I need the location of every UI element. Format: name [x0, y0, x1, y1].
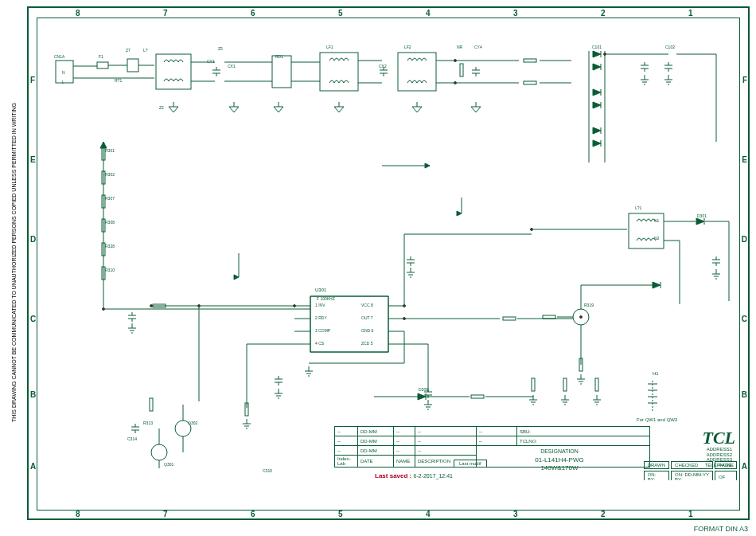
- ref: Z2: [159, 105, 164, 110]
- ic-ref: U301: [315, 288, 326, 292]
- col-bot: 7: [163, 510, 168, 518]
- col-top: 7: [163, 9, 168, 18]
- col-bot: 5: [338, 510, 343, 518]
- ref: R313: [143, 421, 153, 425]
- row-r: B: [742, 390, 747, 399]
- col-top: 6: [251, 9, 255, 18]
- svg-point-14: [151, 444, 167, 460]
- ref: L?1: [635, 205, 641, 210]
- col-top: 5: [338, 9, 343, 18]
- ref: L: [62, 80, 64, 84]
- format-label: FORMAT DIN A3: [694, 525, 748, 533]
- pin: GND 6: [361, 328, 373, 333]
- schematic-canvas: U301 F 100KHZ 1 INV 2 RDY 3 COMP 4 CS VC…: [40, 22, 738, 480]
- ref: Q302: [188, 421, 197, 425]
- pin: 4 CS: [315, 341, 324, 346]
- ref: C310: [263, 468, 272, 473]
- ref: C101: [592, 45, 602, 49]
- ref: C314: [127, 436, 137, 441]
- pin: 1 INV: [315, 303, 325, 307]
- pin: VCC 8: [361, 303, 373, 307]
- schematic-svg: [40, 22, 738, 468]
- pin: 2 RDY: [315, 315, 327, 320]
- last-modif-cell: Last modif: [454, 460, 487, 468]
- row-l: E: [30, 155, 36, 164]
- row-l: F: [30, 76, 35, 84]
- ref: C102: [665, 45, 675, 49]
- row-r: C: [742, 315, 747, 323]
- col-bot: 4: [426, 510, 431, 518]
- pin: OUT 7: [361, 315, 373, 320]
- ref: N2: [654, 236, 659, 241]
- ref: R328: [105, 244, 115, 248]
- svg-rect-9: [398, 53, 436, 91]
- row-r: F: [742, 76, 747, 84]
- title-block: --DD-MM------SBU: --DD-MM------TCLNO: --…: [334, 426, 738, 480]
- ref: LF2: [404, 45, 411, 49]
- ref: R310: [105, 268, 115, 272]
- ref: L?: [143, 48, 148, 53]
- ref: R319: [584, 303, 594, 307]
- row-l: C: [30, 315, 36, 323]
- note-qw: For QW1 and QW2: [637, 417, 677, 422]
- svg-rect-6: [156, 54, 191, 89]
- ref: CY4: [474, 45, 482, 49]
- col-bot: 2: [601, 510, 606, 518]
- ref: CN1A: [54, 54, 64, 59]
- ic-freq: F 100KHZ: [317, 296, 335, 301]
- ref: NR: [457, 45, 462, 49]
- col-top: 8: [76, 9, 80, 18]
- col-top: 4: [426, 9, 431, 18]
- ref: R308: [105, 220, 115, 225]
- col-top: 3: [513, 9, 518, 18]
- col-top: 1: [688, 9, 693, 18]
- svg-rect-4: [97, 62, 108, 68]
- ref: CY1: [207, 59, 215, 64]
- col-top: 2: [601, 9, 606, 18]
- note-h1: H1: [653, 371, 659, 376]
- ref: R307: [105, 196, 115, 201]
- svg-rect-8: [320, 53, 358, 91]
- svg-rect-5: [127, 59, 138, 72]
- designation: 01-L141H4-PWG 140W&170W: [497, 456, 622, 471]
- confidentiality-notice: THIS DRAWING CANNOT BE COMMUNICATED TO U…: [11, 103, 17, 422]
- ref: CX2: [379, 64, 387, 68]
- ref: N: [62, 70, 65, 75]
- ref: Z5: [218, 46, 223, 51]
- col-bot: 3: [513, 510, 518, 518]
- row-r: A: [742, 462, 747, 471]
- ref: Z7: [126, 48, 131, 53]
- row-l: B: [30, 390, 36, 399]
- ref: RT1: [115, 78, 122, 83]
- col-bot: 1: [688, 510, 693, 518]
- pin: ZCD 5: [361, 341, 372, 346]
- ref: R301: [105, 148, 115, 153]
- ref: D306: [419, 387, 428, 392]
- ref: N1: [654, 218, 659, 223]
- ref: RD1: [275, 54, 283, 59]
- ref: F1: [99, 54, 103, 59]
- pin: 3 COMP: [315, 328, 330, 333]
- sign-off-table: DRAWNCHECKEDPAGE: ON:BY: ON: DD-MM-YYBY:…: [642, 460, 738, 480]
- schematic-page: THIS DRAWING CANNOT BE COMMUNICATED TO U…: [0, 0, 756, 536]
- row-r: D: [742, 235, 747, 244]
- col-bot: 6: [251, 510, 255, 518]
- ref: D301: [697, 213, 707, 218]
- company-logo-text: TCL: [702, 428, 735, 448]
- row-r: E: [742, 155, 747, 164]
- ref: Q301: [164, 462, 173, 467]
- ref: LF1: [326, 45, 333, 49]
- row-l: A: [30, 462, 36, 471]
- svg-rect-7: [272, 56, 291, 88]
- ref: R302: [105, 172, 115, 177]
- col-bot: 8: [76, 510, 80, 518]
- designation-label: DESIGNATION: [497, 448, 622, 454]
- last-saved: Last saved : 6-2-2017_12:41: [334, 472, 493, 479]
- ref: CX1: [228, 64, 236, 68]
- row-l: D: [30, 235, 36, 244]
